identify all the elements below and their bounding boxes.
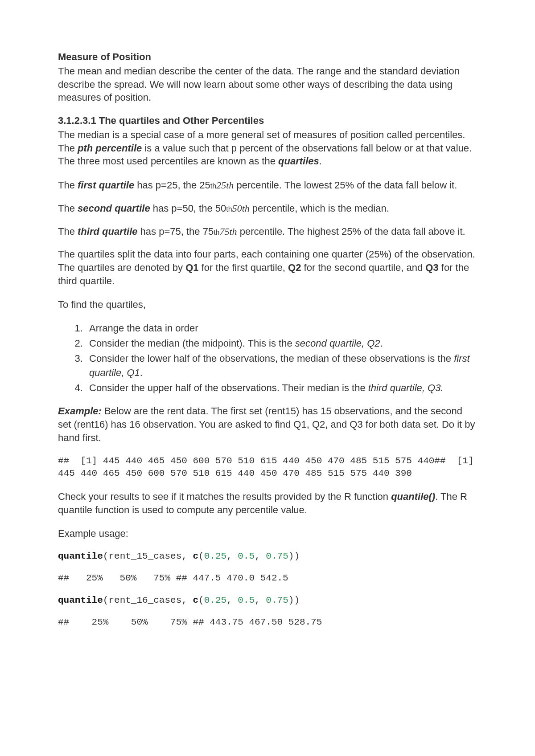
fn-name: quantile bbox=[58, 551, 103, 561]
text: . bbox=[140, 367, 143, 378]
text: The bbox=[58, 203, 78, 214]
second-quartile-paragraph: The second quartile has p=50, the 50th50… bbox=[58, 202, 477, 215]
text: 25 bbox=[199, 180, 210, 191]
first-quartile-label: first quartile bbox=[78, 180, 134, 191]
split-paragraph: The quartiles split the data into four p… bbox=[58, 248, 477, 287]
list-item: Arrange the data in order bbox=[86, 321, 477, 335]
code-number: 0.25 bbox=[204, 551, 226, 561]
second-quartile-label: second quartile bbox=[78, 203, 150, 214]
math-25th: 25th bbox=[216, 180, 234, 191]
th-suffix: th bbox=[214, 229, 219, 236]
first-quartile-paragraph: The first quartile has p=25, the 25th25t… bbox=[58, 179, 477, 192]
document-page: Measure of Position The mean and median … bbox=[0, 0, 535, 756]
code-text: (rent_15_cases, bbox=[103, 551, 193, 561]
output-block-2: ## 25% 50% 75% ## 443.75 467.50 528.75 bbox=[58, 616, 477, 628]
code-text: , bbox=[255, 595, 266, 605]
code-number: 0.5 bbox=[238, 551, 255, 561]
text: has p=75, the bbox=[137, 226, 202, 237]
code-block-2: quantile(rent_16_cases, c(0.25, 0.5, 0.7… bbox=[58, 594, 477, 606]
code-text: ( bbox=[198, 595, 204, 605]
fn-c: c bbox=[193, 551, 198, 561]
quartiles-word: quartiles bbox=[278, 155, 319, 167]
code-number: 0.75 bbox=[266, 595, 288, 605]
third-quartile-paragraph: The third quartile has p=75, the 75th75t… bbox=[58, 225, 477, 238]
subsection-title: 3.1.2.3.1 The quartiles and Other Percen… bbox=[58, 115, 477, 127]
fn-name: quantile bbox=[58, 595, 103, 605]
text: for the first quartile, bbox=[199, 262, 288, 273]
usage-label: Example usage: bbox=[58, 527, 477, 540]
example-paragraph: Example: Below are the rent data. The fi… bbox=[58, 405, 477, 444]
fn-c: c bbox=[193, 595, 198, 605]
math-50th: 50th bbox=[232, 203, 250, 214]
step-italic: second quartile, Q2 bbox=[295, 338, 380, 349]
list-item: Consider the lower half of the observati… bbox=[86, 351, 477, 380]
text: percentile, which is the median. bbox=[250, 203, 389, 214]
code-block-1: quantile(rent_15_cases, c(0.25, 0.5, 0.7… bbox=[58, 550, 477, 562]
list-item: Consider the upper half of the observati… bbox=[86, 381, 477, 395]
text: Consider the lower half of the observati… bbox=[89, 353, 454, 364]
text: Consider the median (the midpoint). This… bbox=[89, 338, 295, 349]
text: 75 bbox=[203, 226, 214, 237]
steps-list: Arrange the data in order Consider the m… bbox=[58, 321, 477, 395]
example-label: Example: bbox=[58, 405, 102, 417]
text: 50 bbox=[215, 203, 226, 214]
percentiles-paragraph: The median is a special case of a more g… bbox=[58, 128, 477, 168]
third-quartile-label: third quartile bbox=[78, 226, 137, 237]
text: percentile. The lowest 25% of the data f… bbox=[234, 180, 457, 191]
pth-percentile: pth percentile bbox=[78, 143, 142, 154]
code-text: (rent_16_cases, bbox=[103, 595, 193, 605]
code-text: ( bbox=[198, 551, 204, 561]
text: Consider the upper half of the observati… bbox=[89, 382, 368, 393]
list-item: Consider the median (the midpoint). This… bbox=[86, 336, 477, 351]
code-number: 0.75 bbox=[266, 551, 288, 561]
q2-label: Q2 bbox=[288, 262, 301, 273]
intro-paragraph: The mean and median describe the center … bbox=[58, 65, 477, 104]
q1-label: Q1 bbox=[185, 262, 198, 273]
text: has p=25, the bbox=[134, 180, 199, 191]
quantile-fn: quantile() bbox=[391, 491, 435, 502]
text: Check your results to see if it matches … bbox=[58, 491, 391, 502]
text: Below are the rent data. The first set (… bbox=[58, 405, 475, 443]
code-text: , bbox=[226, 551, 238, 561]
text: The bbox=[58, 226, 78, 237]
text: for the second quartile, and bbox=[301, 262, 425, 273]
code-text: , bbox=[255, 551, 266, 561]
code-text: )) bbox=[288, 595, 300, 605]
check-paragraph: Check your results to see if it matches … bbox=[58, 490, 477, 516]
th-suffix: th bbox=[210, 182, 216, 190]
step-italic: third quartile, Q3. bbox=[368, 382, 444, 393]
text: percentile. The highest 25% of the data … bbox=[237, 226, 465, 237]
math-75th: 75th bbox=[219, 226, 237, 237]
code-text: )) bbox=[288, 551, 300, 561]
section-title: Measure of Position bbox=[58, 51, 477, 63]
to-find-paragraph: To find the quartiles, bbox=[58, 298, 477, 311]
output-block-1: ## 25% 50% 75% ## 447.5 470.0 542.5 bbox=[58, 572, 477, 584]
code-number: 0.25 bbox=[204, 595, 226, 605]
text: The bbox=[58, 180, 78, 191]
data-output: ## [1] 445 440 465 450 600 570 510 615 4… bbox=[58, 455, 477, 479]
code-number: 0.5 bbox=[238, 595, 255, 605]
text: has p=50, the bbox=[150, 203, 215, 214]
code-text: , bbox=[226, 595, 238, 605]
text: . bbox=[319, 155, 322, 167]
q3-label: Q3 bbox=[425, 262, 438, 273]
text: . bbox=[380, 338, 383, 349]
th-suffix: th bbox=[226, 205, 232, 213]
